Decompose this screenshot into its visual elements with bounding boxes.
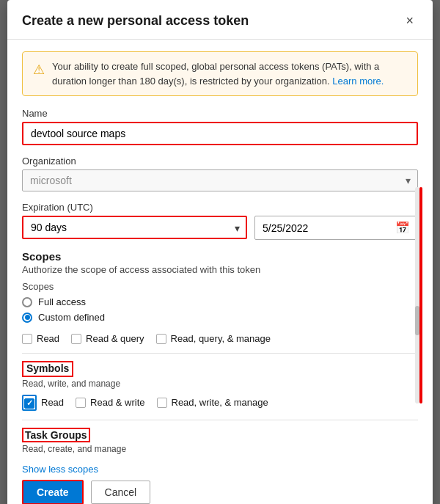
symbols-read-checkbox[interactable] <box>24 398 34 409</box>
symbols-read-write-label: Read & write <box>90 397 144 408</box>
custom-defined-label: Custom defined <box>38 312 105 323</box>
full-access-label: Full access <box>38 296 86 307</box>
symbols-section: Symbols Read, write, and manage Read Rea… <box>22 361 418 411</box>
org-input <box>22 169 418 191</box>
date-input-wrap: 📅 <box>254 216 418 240</box>
symbols-read-write-item[interactable]: Read & write <box>76 395 144 411</box>
symbols-desc: Read, write, and manage <box>22 379 418 389</box>
warning-text: Your ability to create full scoped, glob… <box>52 59 407 88</box>
expiry-label: Expiration (UTC) <box>22 202 418 213</box>
scope-read-label: Read <box>37 333 59 344</box>
scope-read-checkbox[interactable] <box>22 334 32 344</box>
scope-read-query-manage-item[interactable]: Read, query, & manage <box>156 333 271 344</box>
warning-banner: ⚠ Your ability to create full scoped, gl… <box>22 51 418 96</box>
expiry-group: Expiration (UTC) 30 days 60 days 90 days… <box>22 202 418 240</box>
symbols-checkbox-row: Read Read & write Read, write, & manage <box>22 395 418 411</box>
divider-1 <box>22 353 418 354</box>
cancel-button[interactable]: Cancel <box>91 481 151 504</box>
task-groups-section: Task Groups Read, create, and manage <box>22 428 418 454</box>
symbols-read-label: Read <box>41 397 64 408</box>
name-group: Name <box>22 108 418 145</box>
dialog-footer: Create Cancel <box>7 480 433 504</box>
date-input[interactable] <box>263 222 391 234</box>
warning-icon: ⚠ <box>33 60 45 88</box>
scopes-subtitle: Authorize the scope of access associated… <box>22 264 418 275</box>
custom-defined-radio-icon <box>22 313 32 323</box>
symbols-read-write-checkbox[interactable] <box>76 398 86 408</box>
symbols-read-write-manage-item[interactable]: Read, write, & manage <box>157 395 268 411</box>
create-button[interactable]: Create <box>22 480 84 504</box>
divider-2 <box>22 420 418 420</box>
scopes-radio-group: Full access Custom defined <box>22 296 418 323</box>
create-token-dialog: Create a new personal access token × ⚠ Y… <box>7 0 433 504</box>
dialog-title: Create a new personal access token <box>22 13 249 29</box>
scope-read-item[interactable]: Read <box>22 333 59 344</box>
full-access-radio-item[interactable]: Full access <box>22 296 418 307</box>
dialog-body: ⚠ Your ability to create full scoped, gl… <box>7 40 433 480</box>
name-input[interactable] <box>22 122 418 145</box>
expiry-select-wrap: 30 days 60 days 90 days 180 days 1 year … <box>22 216 247 240</box>
scroll-red-indicator <box>419 187 422 403</box>
symbols-read-write-manage-label: Read, write, & manage <box>172 397 268 408</box>
org-group: Organization ▾ <box>22 156 418 191</box>
scope-read-query-checkbox[interactable] <box>71 334 81 344</box>
show-less-scopes-link[interactable]: Show less scopes <box>22 464 98 475</box>
scopes-title: Scopes <box>22 250 418 263</box>
name-label: Name <box>22 108 418 119</box>
expiry-row: 30 days 60 days 90 days 180 days 1 year … <box>22 216 418 240</box>
close-button[interactable]: × <box>401 12 418 30</box>
scopes-checkbox-row: Read Read & query Read, query, & manage <box>22 333 418 344</box>
expiry-select[interactable]: 30 days 60 days 90 days 180 days 1 year … <box>22 216 247 239</box>
custom-defined-radio-item[interactable]: Custom defined <box>22 312 418 323</box>
scope-read-query-manage-checkbox[interactable] <box>156 334 166 344</box>
full-access-radio-icon <box>22 297 32 307</box>
symbols-read-checkbox-outer <box>22 395 37 411</box>
task-groups-desc: Read, create, and manage <box>22 444 418 454</box>
scope-read-query-manage-label: Read, query, & manage <box>171 333 271 344</box>
symbols-read-item[interactable]: Read <box>22 395 64 411</box>
scope-read-query-item[interactable]: Read & query <box>71 333 144 344</box>
scrollbar-track <box>415 187 419 403</box>
org-label: Organization <box>22 156 418 167</box>
task-groups-title: Task Groups <box>22 428 90 442</box>
scopes-section: Scopes Authorize the scope of access ass… <box>22 250 418 344</box>
learn-more-link[interactable]: Learn more. <box>332 76 384 87</box>
scrollbar-thumb <box>415 306 419 335</box>
dialog-header: Create a new personal access token × <box>7 0 433 40</box>
symbols-title: Symbols <box>25 362 70 374</box>
scopes-label: Scopes <box>22 281 418 292</box>
symbols-read-write-manage-checkbox[interactable] <box>157 398 167 408</box>
calendar-icon[interactable]: 📅 <box>395 221 410 235</box>
scope-read-query-label: Read & query <box>86 333 144 344</box>
